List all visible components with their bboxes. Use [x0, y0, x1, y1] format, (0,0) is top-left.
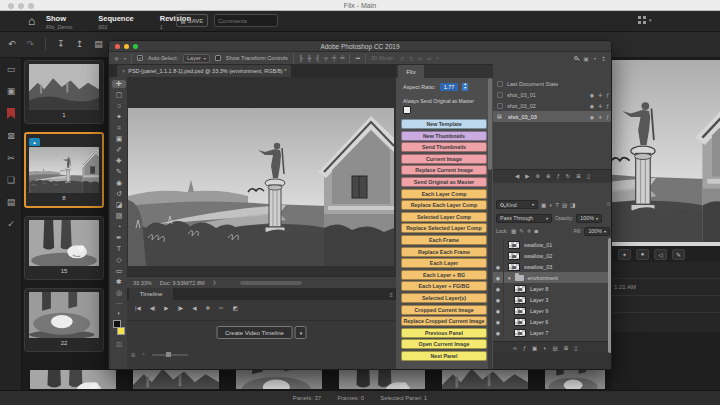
blur-tool-icon[interactable]: ◔ [112, 223, 126, 231]
replace-each-frame-button[interactable]: Replace Each Frame [401, 247, 487, 257]
layer-layer-7[interactable]: ◉Layer 7 [493, 327, 612, 338]
zoom-tool-icon[interactable]: ◎ [112, 289, 126, 297]
open-current-image-button[interactable]: Open Current Image [401, 339, 487, 349]
new-layer-icon[interactable]: ⊞ [564, 345, 569, 351]
document-tab[interactable]: × PSD-[panel_1.1.1.8-1].psd.psd @ 33.3% … [117, 65, 291, 77]
paste-icon[interactable]: ▤ [7, 197, 16, 207]
layer-swallow-03[interactable]: ◉swallow_03 [493, 261, 612, 272]
eraser-tool-icon[interactable]: ◪ [112, 201, 126, 209]
layer-swallow-01[interactable]: swallow_01 [493, 239, 612, 250]
visibility-eye-icon[interactable]: ◉ [493, 294, 504, 305]
panel-menu-icon[interactable]: ≡ [389, 292, 393, 298]
horizontal-scrollbar[interactable] [240, 281, 302, 285]
new-group-icon[interactable]: ▤ [553, 345, 558, 351]
search-icon[interactable] [574, 56, 578, 60]
visibility-eye-icon[interactable]: ◉ [493, 316, 504, 327]
align-middle-icon[interactable]: ╪ [332, 55, 336, 61]
visibility-toggle[interactable] [493, 250, 504, 261]
nav-show[interactable]: ShowFlix_Demo [46, 14, 72, 30]
layer-layer-9[interactable]: ◉Layer 9 [493, 305, 612, 316]
comp-position-icon[interactable]: ✛ [598, 114, 602, 120]
status-chevron-icon[interactable]: ❯ [213, 280, 217, 285]
next-comp-icon[interactable]: ▶ [525, 173, 529, 179]
activity-row[interactable]: 1:21 AM [612, 279, 720, 296]
update-position-icon[interactable]: ⊕ [546, 173, 551, 179]
visibility-eye-icon[interactable]: ◉ [493, 272, 504, 283]
lock-position-icon[interactable]: ✛ [527, 228, 532, 234]
each-layer-comp-button[interactable]: Each Layer Comp [401, 189, 487, 199]
update-fx-icon[interactable]: ƒ [557, 173, 560, 179]
new-panel-icon[interactable]: ▭ [7, 64, 16, 74]
tab-flix[interactable]: Flix [398, 65, 424, 78]
go-start-icon[interactable]: |◀ [135, 305, 141, 311]
export-panel-icon[interactable]: ↥ [76, 39, 84, 49]
visibility-toggle[interactable] [493, 239, 504, 250]
filter-shape-icon[interactable]: ▤ [562, 202, 567, 208]
new-comp-icon[interactable]: ⊞ [576, 173, 581, 179]
bookmark-icon[interactable] [7, 108, 15, 119]
layer-layer-8[interactable]: ◉Layer 8 [493, 283, 612, 294]
next-frame-icon[interactable]: |▶ [178, 305, 184, 311]
filmstrip-frame[interactable] [545, 370, 605, 389]
each-layer-bg-button[interactable]: Each Layer + BG [401, 270, 487, 280]
filter-kind-dropdown[interactable]: Kind ▾ [496, 200, 538, 209]
always-send-checkbox[interactable] [403, 106, 411, 114]
layer-mask-icon[interactable]: ▣ [532, 345, 537, 351]
shape-tool-icon[interactable]: ▭ [112, 267, 126, 275]
layer-layer-3[interactable]: ◉Layer 3 [493, 294, 612, 305]
filmstrip-frame[interactable] [442, 370, 528, 389]
hand-tool-icon[interactable]: ✱ [112, 278, 126, 286]
tab-timeline[interactable]: Timeline [129, 288, 173, 300]
selected-layer-s-button[interactable]: Selected Layer(s) [401, 293, 487, 303]
panel-thumbnail-1[interactable]: 1· [24, 60, 104, 124]
more-options-icon[interactable]: ••• [355, 55, 359, 61]
align-bottom-icon[interactable]: ╧ [340, 55, 344, 61]
comp-fx-icon[interactable]: ƒ [606, 103, 609, 109]
lock-transparent-icon[interactable]: ▦ [511, 228, 516, 234]
clone-stamp-tool-icon[interactable]: ◉ [112, 179, 126, 187]
update-comp-icon[interactable]: ↻ [566, 173, 571, 179]
document-canvas[interactable] [127, 77, 396, 276]
layer-comp-last-document-state[interactable]: Last Document State [493, 78, 612, 89]
aspect-ratio-stepper[interactable]: ▲▼ [462, 83, 467, 91]
apply-comp-eye-icon[interactable]: ◉ [590, 92, 594, 98]
cropped-current-image-button[interactable]: Cropped Current Image [401, 305, 487, 315]
cut-icon[interactable]: ✂ [7, 153, 15, 163]
move-tool-icon[interactable]: ✛ [112, 80, 126, 88]
pen-tool-icon[interactable]: ✒ [112, 234, 126, 242]
comments-input[interactable] [214, 14, 278, 27]
marquee-tool-icon[interactable]: ▢ [112, 91, 126, 99]
crop-tool-icon[interactable]: ⌗ [112, 124, 126, 132]
duplicate-panel-icon[interactable]: ▣ [7, 86, 16, 96]
panel-thumbnail-15[interactable]: 15· [24, 216, 104, 280]
share-icon[interactable]: ↥ [601, 55, 606, 62]
comp-fx-icon[interactable]: ƒ [606, 92, 609, 98]
filmstrip-frame[interactable] [30, 370, 116, 389]
activity-row[interactable] [612, 262, 720, 279]
layer-swallow-02[interactable]: swallow_02 [493, 250, 612, 261]
visibility-eye-icon[interactable]: ◉ [493, 305, 504, 316]
visibility-eye-icon[interactable]: ◉ [493, 261, 504, 272]
replace-cropped-current-image-button[interactable]: Replace Cropped Current Image [401, 316, 487, 326]
new-template-button[interactable]: New Template [401, 119, 487, 129]
frame-rate-icon[interactable]: ⊞ [131, 352, 135, 358]
apply-comp-eye-icon[interactable]: ◉ [590, 103, 594, 109]
panel-scrollbar[interactable] [608, 238, 612, 353]
path-select-tool-icon[interactable]: ◇ [112, 256, 126, 264]
history-brush-tool-icon[interactable]: ↺ [112, 190, 126, 198]
align-top-icon[interactable]: ╤ [324, 55, 328, 61]
chevron-down-icon[interactable]: ▾ [124, 56, 126, 61]
filter-adjustment-icon[interactable]: ◐ [549, 202, 552, 208]
delete-layer-icon[interactable]: ▯ [574, 345, 577, 351]
delete-comp-icon[interactable]: ▯ [587, 173, 590, 179]
flix-panel-scrollbar[interactable] [488, 78, 492, 370]
visibility-eye-icon[interactable]: ◉ [493, 283, 504, 294]
create-video-timeline-button[interactable]: Create Video Timeline [216, 326, 293, 339]
panel-thumbnail-8[interactable]: ▴8· [24, 132, 104, 208]
filter-type-icon[interactable]: T [556, 202, 559, 208]
lasso-tool-icon[interactable]: ○ [112, 102, 126, 110]
background-color-swatch[interactable] [117, 327, 125, 335]
visibility-eye-icon[interactable]: ◉ [493, 327, 504, 338]
link-layers-icon[interactable]: ∞ [513, 345, 517, 351]
library-icon[interactable]: ▤ [94, 39, 103, 49]
